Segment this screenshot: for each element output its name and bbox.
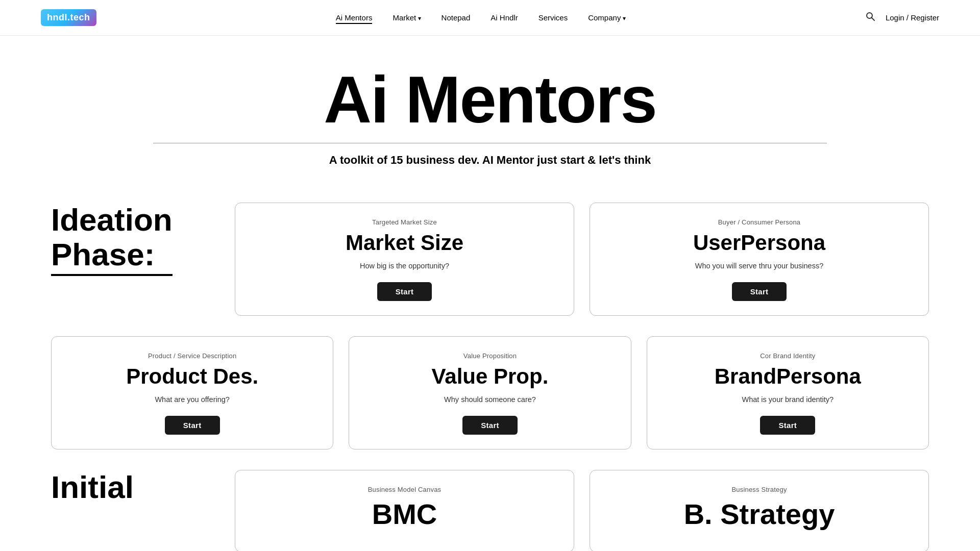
- nav-item-ai-mentors[interactable]: Ai Mentors: [336, 13, 373, 22]
- user-persona-title: UserPersona: [693, 231, 825, 255]
- nav-item-ai-hndlr[interactable]: Ai Hndlr: [491, 13, 518, 22]
- product-des-title: Product Des.: [126, 365, 258, 388]
- market-size-card: Targeted Market Size Market Size How big…: [235, 203, 574, 316]
- b-strategy-card: Business Strategy B. Strategy: [590, 470, 929, 551]
- nav-item-market[interactable]: Market: [393, 13, 421, 22]
- nav-link-notepad[interactable]: Notepad: [442, 13, 471, 22]
- value-prop-description: Why should someone care?: [444, 395, 536, 404]
- initial-section: Initial Business Model Canvas BMC Busine…: [51, 470, 929, 551]
- svg-line-1: [871, 18, 874, 21]
- market-size-start-button[interactable]: Start: [377, 282, 432, 301]
- bmc-category: Business Model Canvas: [368, 486, 442, 493]
- ideation-label: IdeationPhase:: [51, 203, 214, 276]
- user-persona-card: Buyer / Consumer Persona UserPersona Who…: [590, 203, 929, 316]
- hero-section: Ai Mentors A toolkit of 15 business dev.…: [0, 36, 980, 182]
- main-content: IdeationPhase: Targeted Market Size Mark…: [0, 182, 980, 551]
- value-prop-start-button[interactable]: Start: [462, 416, 518, 435]
- market-size-title: Market Size: [346, 231, 463, 255]
- hero-divider: [153, 143, 827, 143]
- initial-title: Initial: [51, 470, 134, 507]
- brand-persona-category: Cor Brand Identity: [760, 352, 815, 360]
- nav-right: Login / Register: [865, 11, 939, 24]
- initial-label: Initial: [51, 470, 214, 507]
- user-persona-description: Who you will serve thru your business?: [695, 262, 823, 270]
- product-des-start-button[interactable]: Start: [165, 416, 220, 435]
- logo-text: hndl.tech: [47, 12, 90, 23]
- nav-item-notepad[interactable]: Notepad: [442, 13, 471, 22]
- b-strategy-title: B. Strategy: [684, 498, 835, 530]
- nav-link-services[interactable]: Services: [538, 13, 568, 22]
- product-des-description: What are you offering?: [155, 395, 229, 404]
- navbar: hndl.tech Ai Mentors Market Notepad Ai H…: [0, 0, 980, 36]
- value-prop-card: Value Proposition Value Prop. Why should…: [349, 336, 631, 449]
- market-size-category: Targeted Market Size: [372, 218, 437, 226]
- value-prop-title: Value Prop.: [432, 365, 549, 388]
- hero-title: Ai Mentors: [41, 66, 939, 133]
- ideation-cards: Targeted Market Size Market Size How big…: [235, 203, 929, 316]
- ideation-phase-title: IdeationPhase:: [51, 203, 173, 276]
- logo[interactable]: hndl.tech: [41, 9, 96, 26]
- market-size-description: How big is the opportunity?: [360, 262, 449, 270]
- product-des-category: Product / Service Description: [148, 352, 236, 360]
- product-des-card: Product / Service Description Product De…: [51, 336, 333, 449]
- user-persona-start-button[interactable]: Start: [732, 282, 787, 301]
- login-register-link[interactable]: Login / Register: [886, 13, 939, 22]
- brand-persona-start-button[interactable]: Start: [760, 416, 815, 435]
- bmc-title: BMC: [372, 498, 437, 530]
- user-persona-category: Buyer / Consumer Persona: [718, 218, 801, 226]
- brand-persona-title: BrandPersona: [715, 365, 861, 388]
- b-strategy-category: Business Strategy: [731, 486, 787, 493]
- initial-cards: Business Model Canvas BMC Business Strat…: [235, 470, 929, 551]
- value-prop-category: Value Proposition: [463, 352, 517, 360]
- hero-subtitle: A toolkit of 15 business dev. AI Mentor …: [41, 154, 939, 167]
- nav-link-market[interactable]: Market: [393, 13, 421, 22]
- brand-persona-description: What is your brand identity?: [742, 395, 834, 404]
- bmc-card: Business Model Canvas BMC: [235, 470, 574, 551]
- brand-persona-card: Cor Brand Identity BrandPersona What is …: [647, 336, 929, 449]
- middle-cards-row: Product / Service Description Product De…: [51, 336, 929, 449]
- nav-link-company[interactable]: Company: [588, 13, 626, 22]
- nav-link-ai-hndlr[interactable]: Ai Hndlr: [491, 13, 518, 22]
- ideation-section: IdeationPhase: Targeted Market Size Mark…: [51, 203, 929, 316]
- nav-item-services[interactable]: Services: [538, 13, 568, 22]
- nav-item-company[interactable]: Company: [588, 13, 626, 22]
- search-icon[interactable]: [865, 11, 875, 24]
- nav-link-ai-mentors[interactable]: Ai Mentors: [336, 13, 373, 24]
- nav-links: Ai Mentors Market Notepad Ai Hndlr Servi…: [336, 13, 626, 22]
